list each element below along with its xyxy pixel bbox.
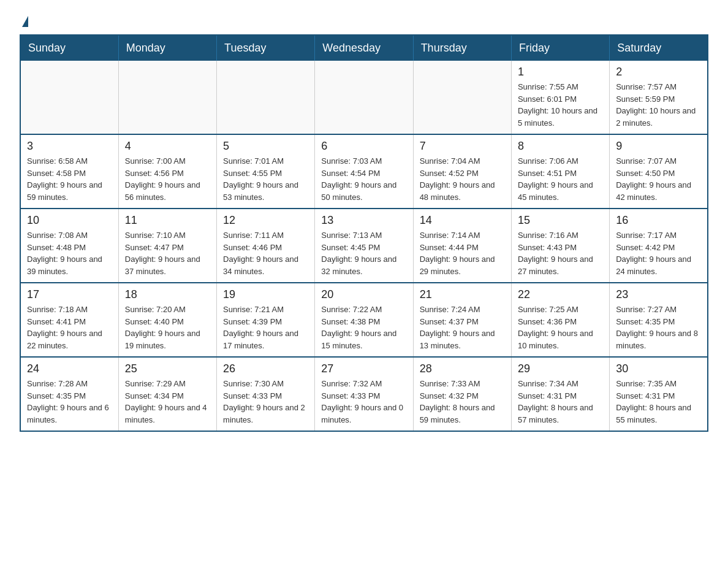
calendar-cell: 7Sunrise: 7:04 AM Sunset: 4:52 PM Daylig…: [413, 134, 511, 209]
day-info: Sunrise: 7:17 AM Sunset: 4:42 PM Dayligh…: [616, 229, 701, 277]
calendar-cell: 18Sunrise: 7:20 AM Sunset: 4:40 PM Dayli…: [118, 283, 216, 357]
day-number: 16: [616, 214, 701, 227]
day-info: Sunrise: 7:22 AM Sunset: 4:38 PM Dayligh…: [321, 304, 406, 351]
day-number: 30: [616, 362, 701, 375]
weekday-header-friday: Friday: [511, 35, 609, 61]
day-number: 7: [420, 140, 505, 153]
day-info: Sunrise: 7:32 AM Sunset: 4:33 PM Dayligh…: [321, 378, 406, 426]
day-info: Sunrise: 7:21 AM Sunset: 4:39 PM Dayligh…: [223, 304, 308, 351]
calendar-cell: 6Sunrise: 7:03 AM Sunset: 4:54 PM Daylig…: [315, 134, 413, 209]
calendar-cell: 24Sunrise: 7:28 AM Sunset: 4:35 PM Dayli…: [20, 357, 118, 431]
week-row-3: 17Sunrise: 7:18 AM Sunset: 4:41 PM Dayli…: [20, 283, 708, 357]
calendar-cell: 5Sunrise: 7:01 AM Sunset: 4:55 PM Daylig…: [217, 134, 315, 209]
calendar-cell: 17Sunrise: 7:18 AM Sunset: 4:41 PM Dayli…: [20, 283, 118, 357]
calendar-cell: 19Sunrise: 7:21 AM Sunset: 4:39 PM Dayli…: [217, 283, 315, 357]
calendar-cell: 15Sunrise: 7:16 AM Sunset: 4:43 PM Dayli…: [511, 209, 609, 283]
day-number: 14: [420, 214, 505, 227]
day-number: 6: [321, 140, 406, 153]
weekday-header-thursday: Thursday: [413, 35, 511, 61]
day-info: Sunrise: 7:28 AM Sunset: 4:35 PM Dayligh…: [27, 378, 112, 426]
calendar-cell: [20, 61, 118, 134]
calendar-table: SundayMondayTuesdayWednesdayThursdayFrid…: [20, 34, 708, 432]
day-info: Sunrise: 7:57 AM Sunset: 5:59 PM Dayligh…: [616, 81, 701, 129]
calendar-cell: [315, 61, 413, 134]
calendar-cell: 29Sunrise: 7:34 AM Sunset: 4:31 PM Dayli…: [511, 357, 609, 431]
calendar-cell: 2Sunrise: 7:57 AM Sunset: 5:59 PM Daylig…: [610, 61, 708, 134]
day-number: 15: [518, 214, 603, 227]
calendar-cell: 16Sunrise: 7:17 AM Sunset: 4:42 PM Dayli…: [610, 209, 708, 283]
calendar-cell: 10Sunrise: 7:08 AM Sunset: 4:48 PM Dayli…: [20, 209, 118, 283]
weekday-header-saturday: Saturday: [610, 35, 708, 61]
day-info: Sunrise: 7:35 AM Sunset: 4:31 PM Dayligh…: [616, 378, 701, 426]
day-number: 21: [420, 288, 505, 301]
day-number: 11: [125, 214, 210, 227]
day-number: 28: [420, 362, 505, 375]
day-number: 29: [518, 362, 603, 375]
calendar-cell: [118, 61, 216, 134]
calendar-cell: 22Sunrise: 7:25 AM Sunset: 4:36 PM Dayli…: [511, 283, 609, 357]
weekday-header-tuesday: Tuesday: [217, 35, 315, 61]
calendar-cell: [217, 61, 315, 134]
weekday-header-sunday: Sunday: [20, 35, 118, 61]
calendar-cell: 20Sunrise: 7:22 AM Sunset: 4:38 PM Dayli…: [315, 283, 413, 357]
day-info: Sunrise: 7:13 AM Sunset: 4:45 PM Dayligh…: [321, 229, 406, 277]
day-number: 23: [616, 288, 701, 301]
day-number: 25: [125, 362, 210, 375]
day-number: 4: [125, 140, 210, 153]
logo: [20, 15, 28, 25]
day-info: Sunrise: 7:11 AM Sunset: 4:46 PM Dayligh…: [223, 229, 308, 277]
day-info: Sunrise: 7:30 AM Sunset: 4:33 PM Dayligh…: [223, 378, 308, 426]
weekday-header-monday: Monday: [118, 35, 216, 61]
day-info: Sunrise: 7:07 AM Sunset: 4:50 PM Dayligh…: [616, 155, 701, 203]
week-row-1: 3Sunrise: 6:58 AM Sunset: 4:58 PM Daylig…: [20, 134, 708, 209]
day-info: Sunrise: 7:16 AM Sunset: 4:43 PM Dayligh…: [518, 229, 603, 277]
day-info: Sunrise: 7:18 AM Sunset: 4:41 PM Dayligh…: [27, 304, 112, 351]
calendar-cell: [413, 61, 511, 134]
day-number: 22: [518, 288, 603, 301]
day-number: 10: [27, 214, 112, 227]
calendar-cell: 4Sunrise: 7:00 AM Sunset: 4:56 PM Daylig…: [118, 134, 216, 209]
calendar-cell: 8Sunrise: 7:06 AM Sunset: 4:51 PM Daylig…: [511, 134, 609, 209]
calendar-cell: 3Sunrise: 6:58 AM Sunset: 4:58 PM Daylig…: [20, 134, 118, 209]
day-number: 24: [27, 362, 112, 375]
day-number: 5: [223, 140, 308, 153]
weekday-header-wednesday: Wednesday: [315, 35, 413, 61]
day-number: 13: [321, 214, 406, 227]
day-number: 3: [27, 140, 112, 153]
week-row-0: 1Sunrise: 7:55 AM Sunset: 6:01 PM Daylig…: [20, 61, 708, 134]
day-number: 17: [27, 288, 112, 301]
calendar-cell: 12Sunrise: 7:11 AM Sunset: 4:46 PM Dayli…: [217, 209, 315, 283]
calendar-cell: 27Sunrise: 7:32 AM Sunset: 4:33 PM Dayli…: [315, 357, 413, 431]
day-info: Sunrise: 7:01 AM Sunset: 4:55 PM Dayligh…: [223, 155, 308, 203]
calendar-cell: 14Sunrise: 7:14 AM Sunset: 4:44 PM Dayli…: [413, 209, 511, 283]
day-info: Sunrise: 7:03 AM Sunset: 4:54 PM Dayligh…: [321, 155, 406, 203]
weekday-header-row: SundayMondayTuesdayWednesdayThursdayFrid…: [20, 35, 708, 61]
calendar-cell: 26Sunrise: 7:30 AM Sunset: 4:33 PM Dayli…: [217, 357, 315, 431]
day-info: Sunrise: 7:08 AM Sunset: 4:48 PM Dayligh…: [27, 229, 112, 277]
day-info: Sunrise: 7:14 AM Sunset: 4:44 PM Dayligh…: [420, 229, 505, 277]
day-info: Sunrise: 7:20 AM Sunset: 4:40 PM Dayligh…: [125, 304, 210, 351]
day-info: Sunrise: 7:55 AM Sunset: 6:01 PM Dayligh…: [518, 81, 603, 129]
day-number: 27: [321, 362, 406, 375]
day-info: Sunrise: 7:25 AM Sunset: 4:36 PM Dayligh…: [518, 304, 603, 351]
day-number: 19: [223, 288, 308, 301]
day-info: Sunrise: 7:33 AM Sunset: 4:32 PM Dayligh…: [420, 378, 505, 426]
day-info: Sunrise: 7:27 AM Sunset: 4:35 PM Dayligh…: [616, 304, 701, 351]
day-info: Sunrise: 7:06 AM Sunset: 4:51 PM Dayligh…: [518, 155, 603, 203]
day-info: Sunrise: 6:58 AM Sunset: 4:58 PM Dayligh…: [27, 155, 112, 203]
day-number: 1: [518, 66, 603, 79]
day-info: Sunrise: 7:34 AM Sunset: 4:31 PM Dayligh…: [518, 378, 603, 426]
day-number: 20: [321, 288, 406, 301]
day-number: 18: [125, 288, 210, 301]
week-row-2: 10Sunrise: 7:08 AM Sunset: 4:48 PM Dayli…: [20, 209, 708, 283]
calendar-cell: 25Sunrise: 7:29 AM Sunset: 4:34 PM Dayli…: [118, 357, 216, 431]
day-info: Sunrise: 7:24 AM Sunset: 4:37 PM Dayligh…: [420, 304, 505, 351]
calendar-cell: 13Sunrise: 7:13 AM Sunset: 4:45 PM Dayli…: [315, 209, 413, 283]
calendar-cell: 11Sunrise: 7:10 AM Sunset: 4:47 PM Dayli…: [118, 209, 216, 283]
calendar-cell: 23Sunrise: 7:27 AM Sunset: 4:35 PM Dayli…: [610, 283, 708, 357]
page-header: [20, 15, 708, 25]
week-row-4: 24Sunrise: 7:28 AM Sunset: 4:35 PM Dayli…: [20, 357, 708, 431]
calendar-cell: 28Sunrise: 7:33 AM Sunset: 4:32 PM Dayli…: [413, 357, 511, 431]
day-info: Sunrise: 7:29 AM Sunset: 4:34 PM Dayligh…: [125, 378, 210, 426]
day-number: 9: [616, 140, 701, 153]
